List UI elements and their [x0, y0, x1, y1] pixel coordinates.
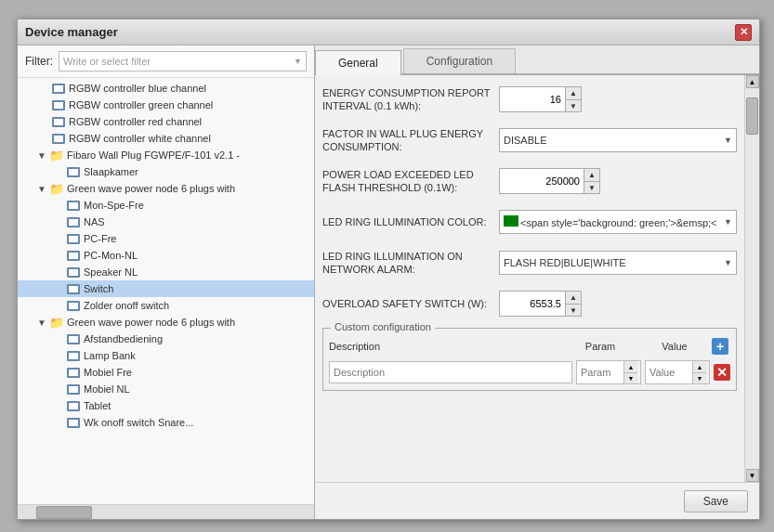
led-ring-color-row: LED RING ILLUMINATION COLOR: <span style… — [322, 205, 737, 239]
tree-item-pc-mon-nl[interactable]: PC-Mon-NL — [18, 247, 314, 264]
custom-param-input[interactable] — [577, 361, 623, 383]
led-ring-color-control: <span style='background: green;'>&emsp;<… — [499, 210, 737, 234]
spin-down-button[interactable]: ▼ — [566, 99, 581, 111]
tree-item-mobiel-nl[interactable]: Mobiel NL — [18, 381, 314, 397]
vscroll-track[interactable] — [745, 88, 759, 469]
energy-consumption-label: ENERGY CONSUMPTION REPORT INTERVAL (0.1 … — [322, 86, 499, 113]
tree-item-afstand[interactable]: Afstandbediening — [18, 331, 314, 347]
device-icon — [66, 366, 81, 379]
device-icon — [66, 349, 81, 362]
led-ring-color-label: LED RING ILLUMINATION COLOR: — [322, 215, 499, 228]
hscroll-track[interactable] — [18, 505, 314, 519]
custom-config-header: Description Param Value + — [329, 338, 730, 355]
close-button[interactable]: ✕ — [735, 24, 752, 41]
tree-item-rgbw-blue[interactable]: RGBW controller blue channel — [18, 80, 314, 97]
energy-consumption-row: ENERGY CONSUMPTION REPORT INTERVAL (0.1 … — [322, 83, 737, 116]
horizontal-scrollbar[interactable] — [18, 504, 314, 519]
delete-custom-button[interactable]: ✕ — [714, 364, 730, 381]
tree-item-pc-fre[interactable]: PC-Fre — [18, 230, 314, 247]
expand-icon: ▼ — [36, 183, 47, 194]
power-load-input[interactable] — [500, 169, 584, 193]
tab-configuration[interactable]: Configuration — [403, 48, 516, 73]
hscroll-thumb[interactable] — [36, 506, 92, 519]
tree-item-zolder-onoff[interactable]: Zolder onoff switch — [18, 297, 314, 314]
custom-desc-col-header: Description — [329, 341, 563, 352]
tree-item-wk-onoff[interactable]: Wk onoff switch Snare... — [18, 414, 314, 431]
custom-value-input[interactable] — [646, 361, 692, 383]
custom-row: ▲ ▼ ▲ ▼ ✕ — [329, 360, 730, 384]
tree-item-mon-spe-fre[interactable]: Mon-Spe-Fre — [18, 197, 314, 214]
tree-item-fibaro[interactable]: ▼ 📁 Fibaro Wall Plug FGWPE/F-101 v2.1 - — [18, 147, 314, 163]
energy-consumption-input[interactable] — [500, 87, 565, 111]
spin-down-button[interactable]: ▼ — [584, 181, 599, 193]
scroll-up-button[interactable]: ▲ — [746, 75, 759, 88]
overload-input[interactable] — [500, 292, 565, 316]
spin-up-button[interactable]: ▲ — [566, 87, 581, 99]
device-icon — [51, 132, 66, 145]
filter-label: Filter: — [25, 55, 53, 68]
energy-consumption-spinbox[interactable]: ▲ ▼ — [499, 86, 582, 112]
device-icon — [66, 399, 81, 412]
device-icon — [66, 249, 81, 262]
left-panel: Filter: Write or select filter ▼ RGBW co… — [18, 45, 315, 519]
value-spin-down[interactable]: ▼ — [693, 372, 706, 383]
overload-spinbox[interactable]: ▲ ▼ — [499, 291, 582, 317]
tree-item-lamp-bank[interactable]: Lamp Bank — [18, 347, 314, 364]
dialog-title: Device manager — [25, 25, 118, 39]
tree-item-gwpn2[interactable]: ▼ 📁 Green wave power node 6 plugs with — [18, 314, 314, 331]
right-panel: General Configuration ENERGY CONSUMPTION… — [315, 45, 759, 519]
tree-item-speaker-nl[interactable]: Speaker NL — [18, 264, 314, 280]
energy-consumption-control: ▲ ▼ — [499, 86, 737, 112]
factor-wall-plug-select[interactable]: DISABLE ▼ — [499, 128, 737, 152]
tree-container[interactable]: RGBW controller blue channel RGBW contro… — [18, 78, 314, 504]
custom-config-legend: Custom configuration — [331, 321, 435, 332]
spin-up-button[interactable]: ▲ — [584, 169, 599, 181]
device-icon — [51, 82, 66, 95]
spin-up-button[interactable]: ▲ — [566, 292, 581, 304]
filter-input[interactable]: Write or select filter ▼ — [59, 51, 307, 71]
tree-item-gwpn1[interactable]: ▼ 📁 Green wave power node 6 plugs with — [18, 180, 314, 197]
power-load-spinbox[interactable]: ▲ ▼ — [499, 168, 600, 194]
param-spin-up[interactable]: ▲ — [624, 361, 637, 372]
tree-item-nas[interactable]: NAS — [18, 214, 314, 230]
tree-item-rgbw-white[interactable]: RGBW controller white channel — [18, 130, 314, 147]
led-ring-alarm-value: FLASH RED|BLUE|WHITE — [504, 257, 720, 268]
factor-wall-plug-value: DISABLE — [504, 135, 720, 146]
tree-item-rgbw-green[interactable]: RGBW controller green channel — [18, 97, 314, 113]
value-spin-up[interactable]: ▲ — [693, 361, 706, 372]
custom-value-spinbox[interactable]: ▲ ▼ — [645, 360, 710, 384]
bottom-bar: Save — [315, 482, 759, 519]
tree-item-mobiel-fre[interactable]: Mobiel Fre — [18, 364, 314, 381]
led-ring-color-select[interactable]: <span style='background: green;'>&emsp;<… — [499, 210, 737, 234]
tree-item-switch[interactable]: Switch — [18, 280, 314, 297]
folder-icon: 📁 — [49, 316, 64, 329]
param-spin-down[interactable]: ▼ — [624, 372, 637, 383]
device-icon — [66, 266, 81, 279]
add-custom-button[interactable]: + — [712, 338, 728, 355]
scroll-down-button[interactable]: ▼ — [746, 469, 759, 482]
device-icon — [66, 299, 81, 312]
custom-param-col-header: Param — [563, 341, 637, 352]
save-button[interactable]: Save — [684, 490, 748, 513]
spin-buttons: ▲ ▼ — [565, 292, 581, 316]
mini-spin-buttons: ▲ ▼ — [623, 361, 637, 383]
tree-item-rgbw-red[interactable]: RGBW controller red channel — [18, 113, 314, 130]
tab-general[interactable]: General — [315, 50, 401, 75]
right-scrollbar[interactable]: ▲ ▼ — [744, 75, 759, 482]
mini-spin-buttons: ▲ ▼ — [692, 361, 706, 383]
dropdown-arrow-icon: ▼ — [724, 136, 732, 145]
device-icon — [66, 416, 81, 429]
dialog-body: Filter: Write or select filter ▼ RGBW co… — [18, 45, 759, 519]
custom-param-spinbox[interactable]: ▲ ▼ — [576, 360, 641, 384]
device-icon — [66, 199, 81, 212]
spin-down-button[interactable]: ▼ — [566, 304, 581, 316]
power-load-control: ▲ ▼ — [499, 168, 737, 194]
device-icon — [66, 165, 81, 178]
tree-item-slaapkamer[interactable]: Slaapkamer — [18, 163, 314, 180]
led-ring-alarm-select[interactable]: FLASH RED|BLUE|WHITE ▼ — [499, 251, 737, 275]
custom-desc-input[interactable] — [329, 361, 572, 383]
tree-item-tablet[interactable]: Tablet — [18, 397, 314, 414]
spin-buttons: ▲ ▼ — [584, 169, 599, 193]
dropdown-arrow-icon: ▼ — [724, 217, 732, 227]
vscroll-thumb[interactable] — [746, 97, 758, 135]
